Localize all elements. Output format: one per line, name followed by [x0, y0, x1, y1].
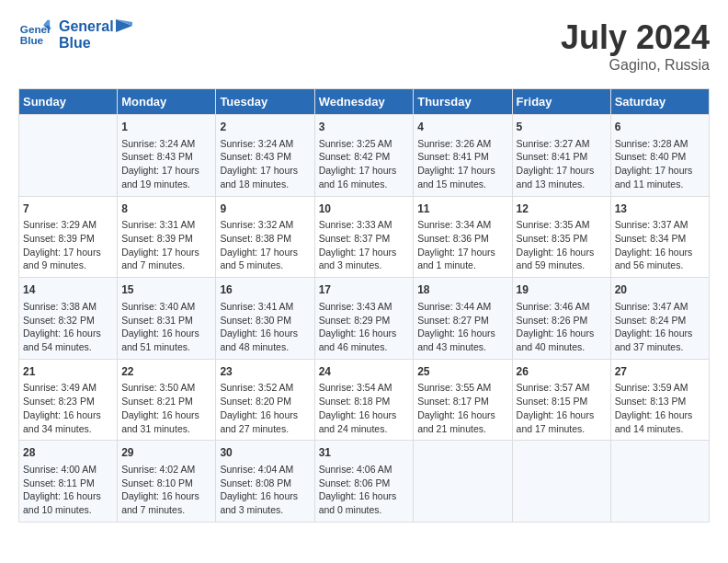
calendar-cell: 17Sunrise: 3:43 AM Sunset: 8:29 PM Dayli…: [314, 278, 414, 360]
calendar-cell: 14Sunrise: 3:38 AM Sunset: 8:32 PM Dayli…: [19, 278, 118, 360]
calendar-cell: 23Sunrise: 3:52 AM Sunset: 8:20 PM Dayli…: [216, 359, 314, 441]
day-info: Sunrise: 3:43 AM Sunset: 8:29 PM Dayligh…: [319, 300, 410, 354]
day-number: 29: [121, 445, 211, 461]
calendar-cell: 24Sunrise: 3:54 AM Sunset: 8:18 PM Dayli…: [314, 359, 414, 441]
calendar-cell: 29Sunrise: 4:02 AM Sunset: 8:10 PM Dayli…: [118, 441, 216, 523]
calendar-cell: 10Sunrise: 3:33 AM Sunset: 8:37 PM Dayli…: [314, 196, 414, 278]
weekday-header-monday: Monday: [118, 89, 216, 115]
page-header: General Blue General Blue July 2024 Gagi…: [18, 18, 710, 74]
day-info: Sunrise: 3:41 AM Sunset: 8:30 PM Dayligh…: [220, 300, 310, 354]
calendar-cell: 15Sunrise: 3:40 AM Sunset: 8:31 PM Dayli…: [118, 278, 216, 360]
day-info: Sunrise: 3:26 AM Sunset: 8:41 PM Dayligh…: [417, 137, 507, 191]
day-number: 9: [220, 201, 310, 217]
day-number: 27: [615, 364, 705, 380]
calendar-cell: 1Sunrise: 3:24 AM Sunset: 8:43 PM Daylig…: [118, 115, 216, 197]
weekday-header-friday: Friday: [512, 89, 610, 115]
week-row-3: 14Sunrise: 3:38 AM Sunset: 8:32 PM Dayli…: [19, 278, 710, 360]
day-number: 15: [121, 282, 211, 298]
day-number: 11: [417, 201, 507, 217]
calendar-cell: 6Sunrise: 3:28 AM Sunset: 8:40 PM Daylig…: [610, 115, 709, 197]
day-info: Sunrise: 3:47 AM Sunset: 8:24 PM Dayligh…: [615, 300, 705, 354]
logo: General Blue General Blue: [18, 18, 134, 52]
day-info: Sunrise: 3:50 AM Sunset: 8:21 PM Dayligh…: [121, 381, 211, 435]
day-info: Sunrise: 4:02 AM Sunset: 8:10 PM Dayligh…: [121, 463, 211, 517]
day-number: 16: [220, 282, 310, 298]
day-info: Sunrise: 3:28 AM Sunset: 8:40 PM Dayligh…: [615, 137, 705, 191]
location-subtitle: Gagino, Russia: [561, 57, 710, 74]
day-info: Sunrise: 3:24 AM Sunset: 8:43 PM Dayligh…: [121, 137, 211, 191]
calendar-cell: 11Sunrise: 3:34 AM Sunset: 8:36 PM Dayli…: [414, 196, 512, 278]
day-info: Sunrise: 3:46 AM Sunset: 8:26 PM Dayligh…: [517, 300, 607, 354]
day-info: Sunrise: 3:29 AM Sunset: 8:39 PM Dayligh…: [23, 218, 113, 272]
day-number: 13: [615, 201, 705, 217]
day-info: Sunrise: 3:33 AM Sunset: 8:37 PM Dayligh…: [319, 218, 410, 272]
day-info: Sunrise: 3:52 AM Sunset: 8:20 PM Dayligh…: [220, 381, 310, 435]
day-info: Sunrise: 3:34 AM Sunset: 8:36 PM Dayligh…: [417, 218, 507, 272]
day-number: 17: [319, 282, 410, 298]
day-info: Sunrise: 4:00 AM Sunset: 8:11 PM Dayligh…: [23, 463, 113, 517]
calendar-cell: 31Sunrise: 4:06 AM Sunset: 8:06 PM Dayli…: [314, 441, 414, 523]
day-number: 1: [121, 120, 211, 135]
day-info: Sunrise: 3:55 AM Sunset: 8:17 PM Dayligh…: [417, 381, 507, 435]
weekday-header-tuesday: Tuesday: [216, 89, 314, 115]
calendar-cell: 16Sunrise: 3:41 AM Sunset: 8:30 PM Dayli…: [216, 278, 314, 360]
day-info: Sunrise: 3:27 AM Sunset: 8:41 PM Dayligh…: [517, 137, 607, 191]
day-info: Sunrise: 3:31 AM Sunset: 8:39 PM Dayligh…: [121, 218, 211, 272]
day-info: Sunrise: 3:54 AM Sunset: 8:18 PM Dayligh…: [319, 381, 410, 435]
calendar-cell: [512, 441, 610, 523]
calendar-cell: 21Sunrise: 3:49 AM Sunset: 8:23 PM Dayli…: [19, 359, 118, 441]
calendar-cell: 25Sunrise: 3:55 AM Sunset: 8:17 PM Dayli…: [414, 359, 512, 441]
calendar-cell: 30Sunrise: 4:04 AM Sunset: 8:08 PM Dayli…: [216, 441, 314, 523]
day-number: 24: [319, 364, 410, 380]
day-number: 6: [615, 120, 705, 135]
svg-text:Blue: Blue: [20, 34, 44, 46]
logo-line2: Blue: [59, 35, 134, 52]
day-number: 23: [220, 364, 310, 380]
day-info: Sunrise: 3:57 AM Sunset: 8:15 PM Dayligh…: [517, 381, 607, 435]
day-info: Sunrise: 3:25 AM Sunset: 8:42 PM Dayligh…: [319, 137, 410, 191]
logo-flag-icon: [116, 19, 134, 34]
logo-icon: General Blue: [18, 18, 51, 52]
day-info: Sunrise: 3:44 AM Sunset: 8:27 PM Dayligh…: [417, 300, 507, 354]
day-number: 18: [417, 282, 507, 298]
day-number: 21: [23, 364, 113, 380]
week-row-4: 21Sunrise: 3:49 AM Sunset: 8:23 PM Dayli…: [19, 359, 710, 441]
day-info: Sunrise: 3:24 AM Sunset: 8:43 PM Dayligh…: [220, 137, 310, 191]
day-number: 8: [121, 201, 211, 217]
weekday-header-wednesday: Wednesday: [314, 89, 414, 115]
day-number: 25: [417, 364, 507, 380]
day-number: 3: [319, 120, 410, 135]
calendar-cell: 4Sunrise: 3:26 AM Sunset: 8:41 PM Daylig…: [414, 115, 512, 197]
weekday-header-row: SundayMondayTuesdayWednesdayThursdayFrid…: [19, 89, 710, 115]
day-number: 31: [319, 445, 410, 461]
day-number: 4: [417, 120, 507, 135]
calendar-cell: 8Sunrise: 3:31 AM Sunset: 8:39 PM Daylig…: [118, 196, 216, 278]
calendar-cell: [610, 441, 709, 523]
day-info: Sunrise: 3:38 AM Sunset: 8:32 PM Dayligh…: [23, 300, 113, 354]
day-number: 10: [319, 201, 410, 217]
week-row-1: 1Sunrise: 3:24 AM Sunset: 8:43 PM Daylig…: [19, 115, 710, 197]
day-number: 28: [23, 445, 113, 461]
day-number: 22: [121, 364, 211, 380]
day-info: Sunrise: 4:04 AM Sunset: 8:08 PM Dayligh…: [220, 463, 310, 517]
calendar-cell: 20Sunrise: 3:47 AM Sunset: 8:24 PM Dayli…: [610, 278, 709, 360]
day-number: 2: [220, 120, 310, 135]
calendar-cell: 22Sunrise: 3:50 AM Sunset: 8:21 PM Dayli…: [118, 359, 216, 441]
day-info: Sunrise: 3:59 AM Sunset: 8:13 PM Dayligh…: [615, 381, 705, 435]
weekday-header-sunday: Sunday: [19, 89, 118, 115]
weekday-header-saturday: Saturday: [610, 89, 709, 115]
calendar-cell: 2Sunrise: 3:24 AM Sunset: 8:43 PM Daylig…: [216, 115, 314, 197]
calendar-cell: 27Sunrise: 3:59 AM Sunset: 8:13 PM Dayli…: [610, 359, 709, 441]
day-info: Sunrise: 3:32 AM Sunset: 8:38 PM Dayligh…: [220, 218, 310, 272]
day-number: 12: [517, 201, 607, 217]
day-number: 7: [23, 201, 113, 217]
calendar-cell: 9Sunrise: 3:32 AM Sunset: 8:38 PM Daylig…: [216, 196, 314, 278]
calendar-cell: 28Sunrise: 4:00 AM Sunset: 8:11 PM Dayli…: [19, 441, 118, 523]
day-number: 20: [615, 282, 705, 298]
month-title: July 2024: [561, 18, 710, 57]
calendar-table: SundayMondayTuesdayWednesdayThursdayFrid…: [18, 88, 710, 523]
calendar-cell: [19, 115, 118, 197]
week-row-5: 28Sunrise: 4:00 AM Sunset: 8:11 PM Dayli…: [19, 441, 710, 523]
day-info: Sunrise: 3:37 AM Sunset: 8:34 PM Dayligh…: [615, 218, 705, 272]
day-info: Sunrise: 4:06 AM Sunset: 8:06 PM Dayligh…: [319, 463, 410, 517]
